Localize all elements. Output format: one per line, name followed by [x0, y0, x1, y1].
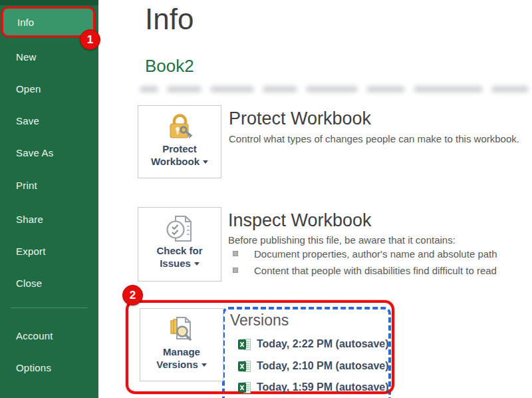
button-label-line2: Workbook: [151, 156, 200, 167]
bullet-text: Document properties, author's name and a…: [254, 248, 497, 260]
versions-heading: Versions: [230, 311, 289, 329]
manage-versions-icon: [166, 315, 197, 345]
button-label-line1: Check for: [156, 245, 202, 256]
version-label: Today, 1:59 PM (autosave): [257, 381, 389, 393]
sidebar-item-close[interactable]: Close: [0, 276, 98, 291]
sidebar-item-account[interactable]: Account: [0, 329, 98, 343]
page-title: Info: [145, 3, 194, 36]
sidebar-item-save[interactable]: Save: [0, 114, 98, 128]
sidebar-item-save-as[interactable]: Save As: [0, 146, 98, 160]
annotation-step-2-badge: 2: [122, 285, 143, 305]
sidebar-item-label: Info: [3, 17, 34, 28]
excel-file-icon: [238, 382, 251, 393]
chevron-down-icon: [201, 363, 207, 367]
sidebar-item-print[interactable]: Print: [0, 178, 98, 193]
sidebar-item-share[interactable]: Share: [0, 212, 98, 227]
inspect-bullet-item: Document properties, author's name and a…: [254, 248, 497, 260]
sidebar-item-options[interactable]: Options: [0, 361, 98, 375]
inspect-document-icon: [164, 214, 195, 244]
version-label: Today, 2:10 PM (autosave): [257, 360, 389, 372]
sidebar-top-strip: [0, 0, 98, 5]
sidebar-item-export[interactable]: Export: [0, 244, 98, 259]
lock-key-icon: [164, 112, 195, 142]
version-label: Today, 2:22 PM (autosave): [257, 338, 389, 350]
button-label-line1: Protect: [162, 143, 197, 154]
version-entry[interactable]: Today, 2:22 PM (autosave): [238, 336, 389, 352]
sidebar-divider: [11, 307, 88, 308]
square-bullet-icon: [233, 268, 238, 273]
chevron-down-icon: [203, 160, 208, 164]
excel-file-icon: [238, 339, 251, 350]
sidebar-item-info[interactable]: Info: [1, 7, 95, 37]
protect-workbook-button[interactable]: Protect Workbook: [138, 105, 221, 178]
section-description: Before publishing this file, be aware th…: [228, 234, 456, 246]
manage-versions-button[interactable]: Manage Versions: [140, 308, 223, 381]
button-label-line1: Manage: [163, 346, 200, 357]
section-heading-protect: Protect Workbook: [229, 108, 371, 129]
inspect-bullet-item: Content that people with disabilities fi…: [254, 265, 497, 276]
version-entry[interactable]: Today, 2:10 PM (autosave): [238, 358, 389, 374]
blurred-file-path: [140, 84, 529, 94]
button-label-line2: Issues: [160, 258, 191, 269]
check-for-issues-button[interactable]: Check for Issues: [138, 207, 221, 282]
excel-file-icon: [238, 361, 251, 372]
bullet-text: Content that people with disabilities fi…: [254, 265, 497, 276]
annotation-step-1-badge: 1: [80, 29, 100, 50]
excel-backstage-info-view: Info New Open Save Save As Print Share E…: [0, 0, 532, 398]
sidebar-item-open[interactable]: Open: [0, 82, 98, 97]
section-description: Control what types of changes people can…: [229, 133, 519, 144]
square-bullet-icon: [233, 251, 238, 256]
section-heading-inspect: Inspect Workbook: [228, 210, 372, 231]
chevron-down-icon: [194, 262, 200, 266]
sidebar-item-new[interactable]: New: [0, 50, 98, 65]
button-label-line2: Versions: [156, 359, 198, 370]
version-entry[interactable]: Today, 1:59 PM (autosave): [238, 379, 389, 395]
backstage-sidebar: Info New Open Save Save As Print Share E…: [0, 0, 98, 398]
workbook-name: Book2: [145, 56, 194, 77]
